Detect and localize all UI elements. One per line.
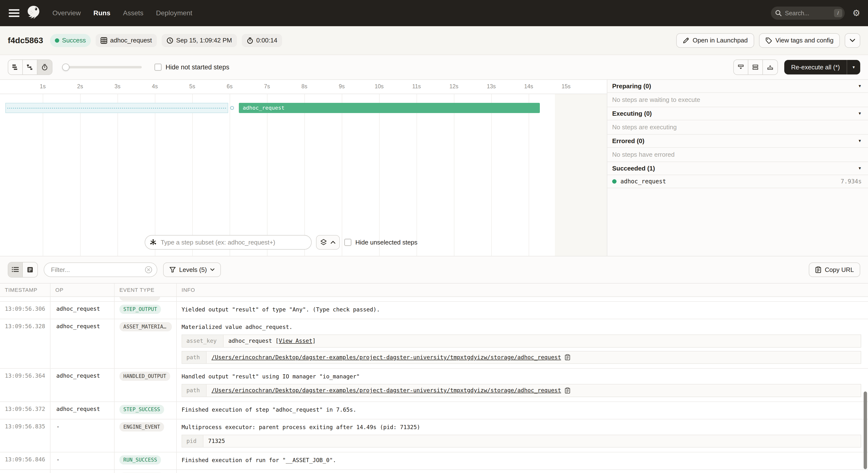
hide-not-started-checkbox[interactable] xyxy=(154,64,162,71)
hide-unselected-toggle[interactable]: Hide unselected steps xyxy=(344,239,417,246)
axis-tick: 10s xyxy=(375,83,383,90)
log-row[interactable]: 13:09:56.835-ENGINE_EVENTMultiprocess ex… xyxy=(0,419,868,452)
table-log-view-button[interactable] xyxy=(8,263,23,277)
section-collapse-icon[interactable]: ▼ xyxy=(858,84,862,88)
log-toolbar: Levels (5) Copy URL xyxy=(0,257,868,283)
metadata-entry: path/Users/erincochran/Desktop/dagster-e… xyxy=(182,384,861,397)
gridline xyxy=(304,94,305,256)
section-collapse-icon[interactable]: ▼ xyxy=(858,111,862,116)
path-link[interactable]: /Users/erincochran/Desktop/dagster-examp… xyxy=(211,353,561,362)
slider-thumb[interactable] xyxy=(62,64,69,71)
step-subset-input[interactable] xyxy=(160,238,306,247)
chevron-down-icon xyxy=(210,268,215,271)
run-header: f4dc5863 Success adhoc_request Sep 15, 1… xyxy=(0,26,868,55)
run-actions-dropdown-button[interactable] xyxy=(845,33,860,48)
op-selector-icon xyxy=(150,239,156,245)
panel-layout-group xyxy=(733,60,778,75)
clear-filter-icon[interactable] xyxy=(145,266,152,274)
menu-icon[interactable] xyxy=(9,9,20,17)
nav-link-runs[interactable]: Runs xyxy=(93,9,111,17)
event-type-cell: RUN_SUCCESS xyxy=(115,452,177,469)
timestamp-cell: 13:09:56.873 xyxy=(0,470,51,473)
graph-query-toggle-button[interactable] xyxy=(316,235,340,249)
log-table-body: 13:09:56.306adhoc_requestSTEP_OUTPUTYiel… xyxy=(0,297,868,473)
gridline xyxy=(229,94,230,256)
op-cell: adhoc_request xyxy=(51,369,115,401)
reexecute-all-button[interactable]: Re-execute all (*) xyxy=(784,60,847,74)
view-asset-link[interactable]: View Asset xyxy=(279,337,312,345)
log-row[interactable]: 13:09:56.328adhoc_requestASSET_MATERIALI… xyxy=(0,319,868,369)
reexecute-dropdown-button[interactable]: ▾ xyxy=(847,60,860,74)
step-subset-input-wrap xyxy=(145,235,312,249)
op-cell: adhoc_request xyxy=(51,319,115,368)
split-panel-button[interactable] xyxy=(748,60,763,74)
column-header-event-type: EVENT TYPE xyxy=(115,283,177,296)
path-link[interactable]: /Users/erincochran/Desktop/dagster-examp… xyxy=(211,386,561,395)
gridline xyxy=(80,94,81,256)
global-search-input[interactable]: Search... / xyxy=(771,6,845,20)
log-filter-input[interactable] xyxy=(50,266,145,274)
axis-tick: 8s xyxy=(302,83,307,90)
op-cell: - xyxy=(51,419,115,452)
settings-gear-icon[interactable]: ⚙ xyxy=(852,9,860,18)
truncated-badge xyxy=(119,297,160,301)
step-start-marker xyxy=(230,106,234,110)
nav-links: OverviewRunsAssetsDeployment xyxy=(53,9,192,17)
funnel-icon xyxy=(169,267,176,273)
view-tags-config-button[interactable]: View tags and config xyxy=(759,33,840,48)
log-row[interactable]: 13:09:56.873-ENGINE_EVENTProcess for run… xyxy=(0,470,868,473)
timestamp-cell: 13:09:56.328 xyxy=(0,319,51,368)
job-chip[interactable]: adhoc_request xyxy=(96,34,157,47)
nav-link-deployment[interactable]: Deployment xyxy=(156,9,192,17)
hide-not-started-toggle[interactable]: Hide not started steps xyxy=(154,64,229,71)
copy-url-button[interactable]: Copy URL xyxy=(809,263,860,277)
succeeded-step-row[interactable]: adhoc_request7.934s xyxy=(607,175,868,188)
waterfall-view-button[interactable] xyxy=(23,60,37,74)
log-view-mode-group xyxy=(8,262,38,277)
section-collapse-icon[interactable]: ▼ xyxy=(858,139,862,143)
collapse-panel-down-button[interactable] xyxy=(734,60,748,74)
raw-log-view-button[interactable] xyxy=(23,263,37,277)
event-type-cell: ASSET_MATERIALIZAT… xyxy=(115,319,177,368)
panel-empty-message: No steps are executing xyxy=(607,120,868,135)
timed-view-button[interactable] xyxy=(37,60,52,74)
reexecute-button-group: Re-execute all (*) ▾ xyxy=(784,60,860,74)
open-in-launchpad-button[interactable]: Open in Launchpad xyxy=(676,33,754,48)
status-dot-icon xyxy=(55,38,59,43)
gantt-toolbar: Hide not started steps xyxy=(0,55,868,80)
event-type-badge: RUN_SUCCESS xyxy=(119,455,161,465)
stopwatch-icon xyxy=(247,37,253,44)
copy-path-icon[interactable] xyxy=(565,387,570,394)
dagster-logo-icon[interactable] xyxy=(25,5,42,21)
log-row[interactable]: 13:09:56.846-RUN_SUCCESSFinished executi… xyxy=(0,452,868,470)
start-time-chip: Sep 15, 1:09:42 PM xyxy=(162,34,237,47)
panel-section-header[interactable]: Succeeded (1)▼ xyxy=(607,162,868,175)
panel-section-header[interactable]: Errored (0)▼ xyxy=(607,135,868,148)
axis-tick: 4s xyxy=(152,83,158,90)
gridline xyxy=(342,94,342,256)
nav-link-overview[interactable]: Overview xyxy=(53,9,81,17)
expand-panel-up-button[interactable] xyxy=(763,60,777,74)
info-text: Materialized value adhoc_request. xyxy=(182,323,861,331)
levels-filter-button[interactable]: Levels (5) xyxy=(163,263,221,277)
log-row[interactable]: 13:09:56.364adhoc_requestHANDLED_OUTPUTH… xyxy=(0,369,868,402)
log-row[interactable]: 13:09:56.306adhoc_requestSTEP_OUTPUTYiel… xyxy=(0,302,868,319)
flat-view-button[interactable] xyxy=(8,60,23,74)
axis-tick: 3s xyxy=(115,83,120,90)
gridline xyxy=(379,94,380,256)
nav-link-assets[interactable]: Assets xyxy=(123,9,144,17)
info-text: Finished execution of step "adhoc_reques… xyxy=(182,406,861,414)
panel-section-header[interactable]: Preparing (0)▼ xyxy=(607,80,868,93)
panel-section-header[interactable]: Executing (0)▼ xyxy=(607,107,868,120)
axis-tick: 11s xyxy=(412,83,421,90)
section-collapse-icon[interactable]: ▼ xyxy=(858,166,862,171)
axis-tick: 14s xyxy=(524,83,533,90)
copy-path-icon[interactable] xyxy=(565,354,570,361)
gantt-step-bar[interactable]: adhoc_request xyxy=(239,103,540,113)
hide-unselected-checkbox[interactable] xyxy=(344,239,351,246)
gantt-section: 1s2s3s4s5s6s7s8s9s10s11s12s13s14s15s adh… xyxy=(0,80,868,257)
axis-tick: 2s xyxy=(77,83,83,90)
log-scrollbar-thumb[interactable] xyxy=(864,392,867,469)
gantt-zoom-slider[interactable] xyxy=(63,64,142,71)
log-row[interactable]: 13:09:56.372adhoc_requestSTEP_SUCCESSFin… xyxy=(0,402,868,419)
